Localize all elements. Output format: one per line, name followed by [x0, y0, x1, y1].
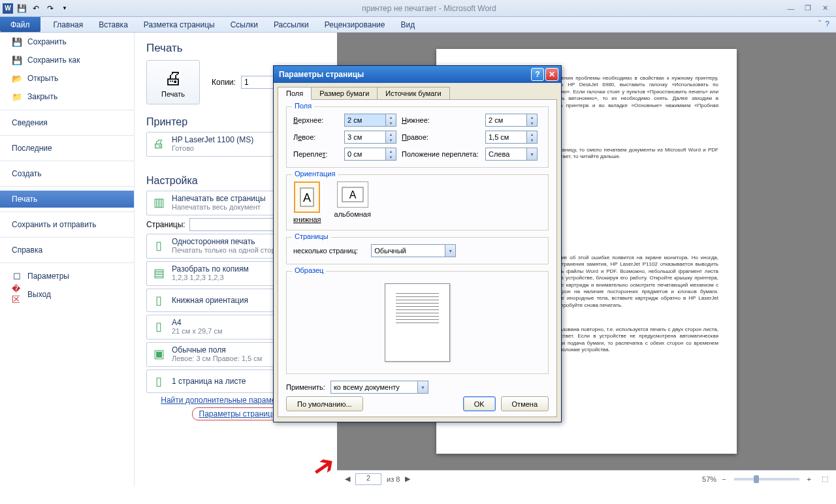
bs-exit[interactable]: �区Выход	[0, 285, 134, 304]
copies-spinner[interactable]: 1	[241, 76, 274, 89]
gutter-pos-label: Положение переплета:	[402, 150, 480, 158]
copies-label: Копии:	[212, 78, 236, 87]
sample-preview	[385, 283, 450, 362]
print-title: Печать	[146, 42, 330, 55]
fit-page-button[interactable]: ⬚	[822, 475, 828, 483]
apply-to-combo[interactable]: ко всему документу▼	[330, 381, 428, 394]
cancel-button[interactable]: Отмена	[501, 396, 549, 411]
gutter-spinner[interactable]: 0 см▲▼	[344, 148, 396, 161]
file-tab[interactable]: Файл	[0, 17, 40, 32]
open-icon: 📂	[12, 73, 22, 84]
right-margin-label: Правое:	[402, 133, 480, 141]
backstage-nav: 💾Сохранить 💾Сохранить как 📂Открыть 📁Закр…	[0, 33, 134, 487]
landscape-button[interactable]: A альбомная	[334, 181, 371, 223]
right-margin-spinner[interactable]: 1,5 см▲▼	[485, 131, 538, 144]
bs-options[interactable]: ☐Параметры	[0, 267, 134, 285]
left-margin-label: Левое:	[293, 133, 339, 141]
close-icon: 📁	[12, 91, 22, 102]
print-button[interactable]: 🖨 Печать	[146, 60, 200, 104]
multipage-label: несколько страниц:	[293, 247, 358, 255]
bs-new[interactable]: Создать	[0, 165, 134, 182]
printer-icon: 🖨	[164, 67, 182, 89]
svg-text:A: A	[303, 191, 311, 204]
dialog-title: Параметры страницы	[279, 70, 530, 79]
pages-label: Страницы:	[146, 220, 185, 229]
dialog-close-button[interactable]: ✕	[545, 68, 558, 81]
help-icon[interactable]: ?	[825, 20, 829, 29]
pages-icon: ▥	[151, 194, 167, 211]
top-margin-spinner[interactable]: 2 см▲▼	[344, 114, 396, 127]
qat-dropdown-icon[interactable]: ▼	[59, 3, 71, 14]
zoom-label: 57%	[702, 475, 716, 483]
redo-icon[interactable]: ↷	[44, 3, 56, 14]
next-page-button[interactable]: ▶	[405, 475, 410, 483]
tab-mailings[interactable]: Рассылки	[266, 17, 317, 32]
tab-insert[interactable]: Вставка	[91, 17, 136, 32]
pps-icon: ▯	[151, 373, 167, 390]
exit-icon: �区	[12, 289, 22, 300]
save-as-icon: 💾	[12, 55, 22, 65]
preview-status-bar: ◀ 2 из 8 ▶ 57% − + ⬚	[337, 470, 836, 487]
left-margin-spinner[interactable]: 3 см▲▼	[344, 131, 396, 144]
bs-close[interactable]: 📁Закрыть	[0, 87, 134, 106]
close-button[interactable]: ✕	[819, 4, 831, 13]
landscape-icon: A	[337, 181, 368, 208]
zoom-in-button[interactable]: +	[807, 475, 811, 483]
paper-icon: ▯	[151, 318, 167, 335]
bs-save[interactable]: 💾Сохранить	[0, 33, 134, 51]
ok-button[interactable]: OK	[463, 396, 496, 411]
tab-home[interactable]: Главная	[46, 17, 91, 32]
dialog-titlebar[interactable]: Параметры страницы ? ✕	[274, 66, 561, 83]
tab-layout[interactable]: Источник бумаги	[377, 87, 449, 100]
zoom-slider[interactable]	[734, 478, 799, 480]
save-icon: 💾	[12, 37, 22, 47]
ribbon-minimize-icon[interactable]: ˆ	[818, 20, 821, 29]
bs-save-send[interactable]: Сохранить и отправить	[0, 216, 134, 233]
minimize-button[interactable]: —	[785, 4, 797, 13]
tab-references[interactable]: Ссылки	[223, 17, 266, 32]
dialog-tabs: Поля Размер бумаги Источник бумаги	[274, 83, 561, 100]
multipage-combo[interactable]: Обычный▼	[371, 244, 456, 257]
margins-icon: ▣	[151, 345, 167, 362]
bs-help[interactable]: Справка	[0, 242, 134, 259]
dialog-help-button[interactable]: ?	[531, 68, 544, 81]
app-icon: W	[3, 3, 13, 14]
top-margin-label: Верхнее:	[293, 116, 339, 124]
restore-button[interactable]: ❐	[802, 4, 814, 13]
tab-paper[interactable]: Размер бумаги	[311, 87, 378, 100]
prev-page-button[interactable]: ◀	[345, 475, 350, 483]
orientation-fieldset: Ориентация A книжная A альбомная	[286, 174, 549, 230]
undo-icon[interactable]: ↶	[30, 3, 42, 14]
page-setup-link[interactable]: Параметры страницы	[192, 407, 285, 420]
svg-text:A: A	[349, 189, 356, 200]
portrait-icon: A	[294, 181, 320, 213]
tab-view[interactable]: Вид	[393, 17, 423, 32]
tab-margins[interactable]: Поля	[278, 87, 312, 100]
page-setup-dialog: Параметры страницы ? ✕ Поля Размер бумаг…	[273, 65, 562, 422]
bs-recent[interactable]: Последние	[0, 140, 134, 157]
tab-page-layout[interactable]: Разметка страницы	[136, 17, 223, 32]
save-icon[interactable]: 💾	[16, 3, 27, 14]
gutter-label: Переплет:	[293, 150, 339, 158]
portrait-button[interactable]: A книжная	[293, 181, 321, 223]
options-icon: ☐	[12, 271, 22, 281]
page-number-input[interactable]: 2	[355, 473, 381, 485]
default-button[interactable]: По умолчанию...	[286, 396, 363, 411]
bs-open[interactable]: 📂Открыть	[0, 69, 134, 87]
bs-print[interactable]: Печать	[0, 191, 134, 208]
gutter-position-combo[interactable]: Слева▼	[485, 148, 538, 161]
bottom-margin-label: Нижнее:	[402, 116, 480, 124]
bs-save-as[interactable]: 💾Сохранить как	[0, 51, 134, 69]
bs-info[interactable]: Сведения	[0, 114, 134, 131]
title-bar: W 💾 ↶ ↷ ▼ принтер не печатает - Microsof…	[0, 0, 836, 17]
page-total-label: из 8	[387, 475, 400, 483]
sample-fieldset: Образец	[286, 271, 549, 374]
margins-fieldset: Поля Верхнее: 2 см▲▼ Нижнее: 2 см▲▼ Лево…	[286, 106, 549, 168]
tab-review[interactable]: Рецензирование	[317, 17, 393, 32]
printer-icon: 🖨	[151, 135, 167, 152]
window-title: принтер не печатает - Microsoft Word	[73, 4, 785, 13]
one-sided-icon: ▯	[151, 237, 167, 254]
bottom-margin-spinner[interactable]: 2 см▲▼	[485, 114, 538, 127]
ribbon: Файл Главная Вставка Разметка страницы С…	[0, 17, 836, 33]
zoom-out-button[interactable]: −	[722, 475, 726, 483]
